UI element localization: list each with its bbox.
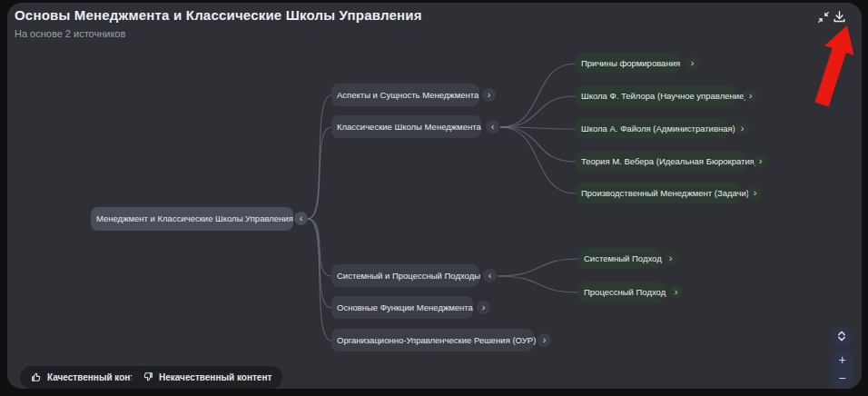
node-formation-reasons-toggle[interactable]: › xyxy=(686,56,699,70)
node-main-functions-toggle[interactable]: › xyxy=(477,301,490,314)
node-classic-schools[interactable]: Классические Школы Менеджмента xyxy=(331,115,481,138)
thumbs-down-icon xyxy=(143,371,153,384)
node-weber-theory[interactable]: Теория М. Вебера (Идеальная Бюрократия) xyxy=(576,151,746,172)
node-root[interactable]: Менеджмент и Классические Школы Управлен… xyxy=(91,207,293,231)
collapse-nodes-icon xyxy=(816,10,831,25)
node-system-process-toggle[interactable]: ‹ xyxy=(483,269,497,282)
node-process-approach-toggle[interactable]: › xyxy=(669,285,683,299)
unfold-vertical-icon xyxy=(834,329,849,346)
thumbs-up-icon xyxy=(31,371,42,384)
node-weber-theory-toggle[interactable]: › xyxy=(754,154,767,168)
node-our-decisions[interactable]: Организационно-Управленческие Решения (О… xyxy=(331,329,534,351)
negative-feedback-label: Некачественный контент xyxy=(159,372,271,382)
node-fayol-school[interactable]: Школа А. Файоля (Административная) xyxy=(576,118,729,139)
node-fayol-school-toggle[interactable]: › xyxy=(735,122,749,135)
page-title: Основы Менеджмента и Классические Школы … xyxy=(15,7,422,23)
download-icon xyxy=(832,9,847,25)
node-process-approach[interactable]: Процессный Подход xyxy=(578,282,666,302)
sources-subtitle: На основе 2 источников xyxy=(15,28,125,39)
node-taylor-school[interactable]: Школа Ф. Тейлора (Научное управление) xyxy=(576,85,737,106)
zoom-control: + − xyxy=(831,350,853,389)
node-taylor-school-toggle[interactable]: › xyxy=(744,89,757,103)
node-root-toggle[interactable]: ‹ xyxy=(294,212,308,225)
node-production-management[interactable]: Производственный Менеджмент (Задачи) xyxy=(576,183,741,203)
node-classic-schools-toggle[interactable]: ‹ xyxy=(486,120,499,134)
download-button[interactable] xyxy=(830,7,848,25)
node-main-functions[interactable]: Основные Функции Менеджмента xyxy=(331,296,473,319)
node-aspects-essence-toggle[interactable]: › xyxy=(482,88,496,102)
zoom-out-button[interactable]: − xyxy=(831,369,853,388)
node-system-process[interactable]: Системный и Процессный Подходы xyxy=(331,264,479,287)
node-system-approach[interactable]: Системный Подход xyxy=(578,248,661,269)
mindmap-window: Основы Менеджмента и Классические Школы … xyxy=(0,0,868,396)
zoom-in-button[interactable]: + xyxy=(831,351,853,370)
negative-feedback-button[interactable]: Некачественный контент xyxy=(132,366,282,389)
node-formation-reasons[interactable]: Причины формирования xyxy=(576,53,679,74)
node-production-management-toggle[interactable]: › xyxy=(748,186,762,200)
node-our-decisions-toggle[interactable]: › xyxy=(538,333,551,347)
node-aspects-essence[interactable]: Аспекты и Сущность Менеджмента xyxy=(331,84,479,106)
fit-to-screen-button[interactable] xyxy=(831,326,853,348)
node-system-approach-toggle[interactable]: › xyxy=(664,252,677,265)
